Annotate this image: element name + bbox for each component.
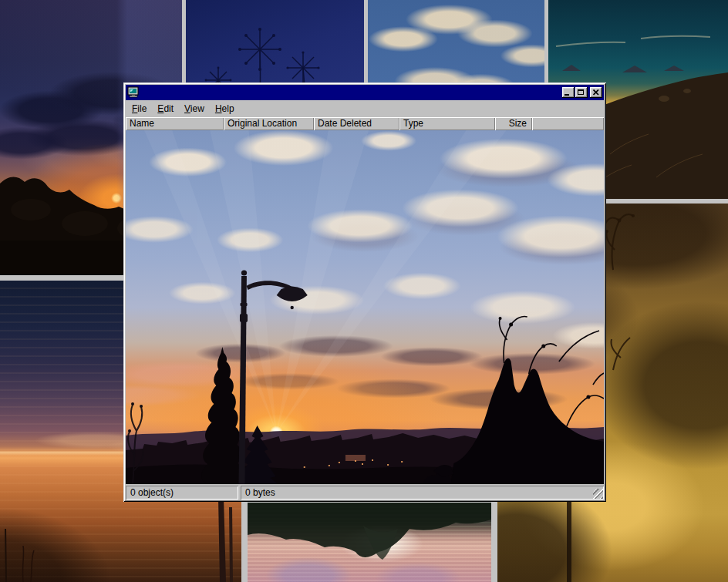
computer-icon (127, 86, 140, 99)
column-header-type[interactable]: Type (399, 117, 495, 130)
resize-grip[interactable] (593, 489, 603, 499)
wallpaper-tile-water-reflection (248, 503, 491, 582)
status-size-text: 0 bytes (245, 487, 275, 498)
status-size: 0 bytes (241, 486, 604, 500)
column-header-name[interactable]: Name (126, 117, 224, 130)
column-header-original-location[interactable]: Original Location (224, 117, 314, 130)
recycle-bin-window[interactable]: File Edit View Help Name Original Locati… (123, 82, 606, 502)
column-header-date-deleted[interactable]: Date Deleted (314, 117, 399, 130)
maximize-icon (578, 89, 584, 95)
maximize-button[interactable] (575, 87, 588, 98)
tree-reflection-silhouette (248, 503, 491, 582)
minimize-button[interactable] (562, 87, 575, 98)
column-header-size[interactable]: Size (495, 117, 532, 130)
titlebar[interactable] (126, 85, 604, 100)
status-object-count: 0 object(s) (126, 486, 238, 500)
menu-file[interactable]: File (126, 101, 152, 117)
column-header-filler (532, 117, 604, 130)
menu-help[interactable]: Help (210, 101, 240, 117)
minimize-icon (565, 94, 569, 96)
status-bar: 0 object(s) 0 bytes (126, 484, 604, 500)
sunset-photo-silhouettes (126, 130, 604, 484)
list-view-area[interactable] (126, 130, 604, 484)
menu-bar: File Edit View Help (126, 100, 604, 117)
sunset-photo-background (126, 130, 604, 484)
close-icon (593, 89, 599, 96)
close-button[interactable] (590, 87, 602, 98)
menu-view[interactable]: View (179, 101, 210, 117)
list-header-row: Name Original Location Date Deleted Type… (126, 117, 604, 130)
menu-edit[interactable]: Edit (152, 101, 179, 117)
